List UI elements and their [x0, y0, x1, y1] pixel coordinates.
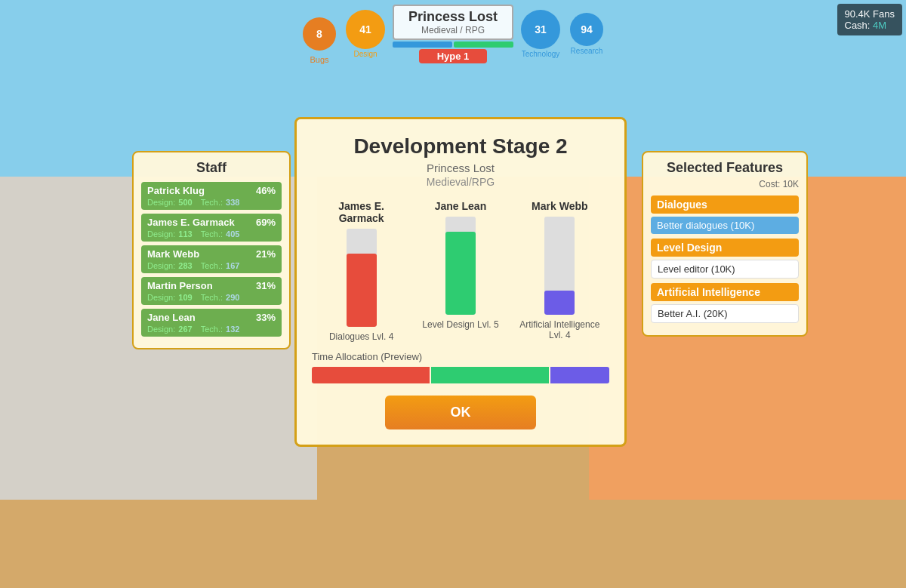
- research-count: 94: [581, 23, 593, 35]
- worker-bar-mark: [544, 217, 575, 315]
- progress-bars: [393, 42, 513, 49]
- worker-name-james: James E. Garmack: [316, 200, 407, 224]
- design-progress-bar: [393, 42, 452, 48]
- bugs-bubble: 8: [303, 17, 336, 51]
- worker-name-jane: Jane Lean: [435, 200, 486, 212]
- dev-game-name: Princess Lost: [312, 162, 609, 174]
- dev-stage-title: Development Stage 2: [312, 134, 609, 159]
- worker-name-mark: Mark Webb: [532, 200, 587, 212]
- game-title-bar: Princess Lost Medieval / RPG: [393, 5, 513, 40]
- staff-stats-james: Design: 113 Tech.: 405: [147, 229, 276, 239]
- feature-level-editor[interactable]: Level editor (10K): [651, 260, 799, 279]
- staff-name-mark: Mark Webb 21%: [147, 248, 276, 260]
- staff-name-martin: Martin Person 31%: [147, 280, 276, 291]
- tech-progress-bar: [454, 42, 513, 48]
- staff-panel: Staff Patrick Klug 46% Design: 500 Tech.…: [132, 151, 291, 349]
- staff-item-jane[interactable]: Jane Lean 33% Design: 267 Tech.: 132: [141, 309, 282, 337]
- staff-item-patrick[interactable]: Patrick Klug 46% Design: 500 Tech.: 338: [141, 182, 282, 210]
- staff-name-jane: Jane Lean 33%: [147, 312, 276, 323]
- jane-task-label: Level Design Lvl. 5: [422, 319, 498, 330]
- james-task-label: Dialogues Lvl. 4: [329, 331, 393, 342]
- game-genre: Medieval / RPG: [406, 25, 500, 35]
- time-allocation-label: Time Allocation (Preview): [312, 351, 609, 362]
- top-bar: 8 Bugs 41 Design Princess Lost Medieval …: [0, 0, 906, 68]
- mark-bar: [544, 291, 575, 316]
- time-bar-blue: [550, 367, 609, 383]
- ok-button[interactable]: OK: [385, 396, 536, 429]
- research-bubble: 94: [570, 13, 603, 46]
- cost-label: Cost: 10K: [651, 179, 799, 189]
- features-panel: Selected Features Cost: 10K Dialogues Be…: [642, 151, 808, 337]
- worker-bar-james: [347, 229, 377, 327]
- time-bar-green: [431, 367, 549, 383]
- time-bar-container: [312, 367, 609, 383]
- dev-game-genre: Medieval/RPG: [312, 176, 609, 188]
- staff-stats-martin: Design: 109 Tech.: 290: [147, 293, 276, 302]
- design-count: 41: [359, 23, 371, 35]
- workers-row: James E. Garmack Dialogues Lvl. 4 Jane L…: [312, 200, 609, 342]
- feature-better-ai[interactable]: Better A.I. (20K): [651, 304, 799, 323]
- staff-item-mark[interactable]: Mark Webb 21% Design: 283 Tech.: 167: [141, 245, 282, 273]
- hype-container: Hype 1: [419, 49, 488, 63]
- features-title: Selected Features: [651, 160, 799, 176]
- game-title: Princess Lost: [406, 9, 500, 25]
- feature-better-dialogues[interactable]: Better dialogues (10K): [651, 217, 799, 234]
- category-ai[interactable]: Artificial Intelligence: [651, 283, 799, 301]
- design-label: Design: [353, 50, 377, 58]
- staff-name-james: James E. Garmack 69%: [147, 217, 276, 228]
- staff-name-patrick: Patrick Klug 46%: [147, 185, 276, 196]
- time-bar-red: [312, 367, 430, 383]
- bugs-label: Bugs: [310, 55, 328, 64]
- mark-task-label: Artificial Intelligence Lvl. 4: [514, 319, 605, 340]
- category-dialogues[interactable]: Dialogues: [651, 195, 799, 214]
- time-allocation: Time Allocation (Preview): [312, 351, 609, 383]
- tech-label: Technology: [522, 50, 560, 58]
- dev-dialog: Development Stage 2 Princess Lost Mediev…: [294, 117, 627, 447]
- game-info-panel: Princess Lost Medieval / RPG Hype 1: [393, 5, 513, 63]
- james-bar: [347, 254, 377, 328]
- worker-jane: Jane Lean Level Design Lvl. 5: [415, 200, 506, 342]
- staff-title: Staff: [141, 160, 282, 176]
- staff-stats-patrick: Design: 500 Tech.: 338: [147, 198, 276, 207]
- staff-item-martin[interactable]: Martin Person 31% Design: 109 Tech.: 290: [141, 277, 282, 305]
- design-bubble: 41: [346, 10, 385, 49]
- top-stats: 8 Bugs 41 Design Princess Lost Medieval …: [303, 5, 603, 63]
- worker-mark: Mark Webb Artificial Intelligence Lvl. 4: [514, 200, 605, 342]
- research-label: Research: [571, 47, 603, 55]
- tech-bubble: 31: [521, 10, 560, 49]
- category-level-design[interactable]: Level Design: [651, 239, 799, 257]
- bugs-count: 8: [316, 28, 322, 40]
- staff-stats-mark: Design: 283 Tech.: 167: [147, 261, 276, 270]
- worker-bar-jane: [445, 217, 476, 315]
- hype-badge: Hype 1: [419, 49, 488, 63]
- jane-bar: [445, 232, 476, 316]
- tech-count: 31: [535, 23, 547, 35]
- worker-james: James E. Garmack Dialogues Lvl. 4: [316, 200, 407, 342]
- staff-stats-jane: Design: 267 Tech.: 132: [147, 325, 276, 334]
- staff-item-james[interactable]: James E. Garmack 69% Design: 113 Tech.: …: [141, 214, 282, 242]
